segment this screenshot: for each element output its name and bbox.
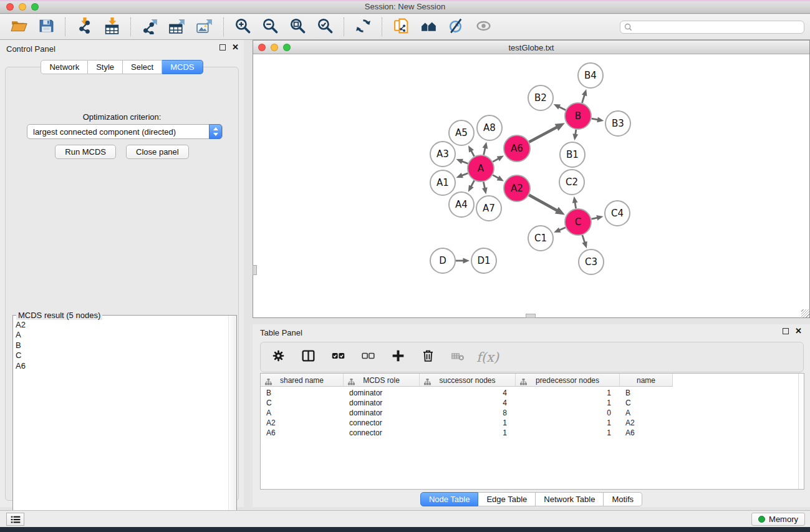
column-header-successor-nodes[interactable]: successor nodes	[420, 374, 516, 387]
node-label-A1: A1	[436, 177, 449, 188]
open-session-icon[interactable]	[11, 17, 27, 37]
first-neighbors-icon[interactable]	[420, 17, 437, 37]
network-graph-canvas[interactable]: B4B2BB3A8A5A6B1A3AA1C2A2A4A7C4CC1C3DD1	[253, 54, 809, 317]
refresh-network-icon[interactable]	[355, 17, 372, 37]
zoom-fit-button[interactable]	[288, 17, 307, 36]
edge-B-B4[interactable]	[582, 94, 584, 103]
zoom-selected-icon[interactable]	[317, 17, 334, 37]
network-window-titlebar[interactable]: testGlobe.txt	[253, 41, 809, 54]
table-cell: A6	[620, 428, 673, 438]
task-history-button[interactable]	[6, 513, 24, 526]
resize-corner-handle[interactable]	[801, 309, 809, 317]
column-header-predecessor-nodes[interactable]: predecessor nodes	[516, 374, 620, 387]
show-details-button[interactable]	[474, 17, 493, 36]
export-network-icon[interactable]	[142, 17, 158, 37]
column-header-name[interactable]: name	[620, 374, 673, 387]
import-network-icon[interactable]	[76, 17, 93, 37]
zoom-in-icon[interactable]	[234, 17, 251, 37]
zoom-selected-button[interactable]	[316, 17, 334, 36]
duplicate-network-button[interactable]	[392, 17, 410, 36]
result-list-item[interactable]: B	[16, 341, 26, 351]
zoom-out-button[interactable]	[261, 17, 279, 36]
table-cell: 0	[516, 408, 620, 418]
import-table-icon[interactable]	[104, 17, 120, 37]
duplicate-network-icon[interactable]	[393, 17, 410, 37]
export-table-icon[interactable]	[169, 17, 186, 37]
tab-motifs[interactable]: Motifs	[604, 492, 642, 506]
settings-gear-icon[interactable]	[271, 349, 286, 365]
criterion-dropdown[interactable]: largest connected component (directed)	[27, 124, 223, 139]
first-neighbors-button[interactable]	[419, 17, 438, 36]
save-session-button[interactable]	[37, 17, 55, 36]
settings-gear-button[interactable]	[271, 350, 286, 365]
tab-edge-table[interactable]: Edge Table	[478, 492, 536, 506]
import-network-button[interactable]	[75, 17, 94, 36]
toggle-columns-icon[interactable]	[301, 349, 316, 365]
tab-network-table[interactable]: Network Table	[536, 492, 604, 506]
export-image-button[interactable]	[195, 17, 214, 36]
table-row-A2[interactable]: A2connector11A2	[261, 418, 673, 428]
edge-C-C3[interactable]	[582, 235, 585, 243]
export-table-button[interactable]	[168, 17, 186, 36]
edge-A6-B[interactable]	[529, 127, 557, 142]
zoom-in-button[interactable]	[233, 17, 252, 36]
select-all-columns-icon[interactable]	[331, 349, 345, 365]
node-label-A3: A3	[436, 148, 449, 160]
add-column-button[interactable]	[390, 350, 405, 365]
arrowhead-icon	[596, 215, 603, 221]
delete-column-button[interactable]	[420, 350, 435, 365]
export-image-icon[interactable]	[196, 17, 213, 37]
table-row-A[interactable]: Adominator80A	[261, 408, 673, 418]
result-list-item[interactable]: A6	[16, 361, 26, 371]
zoom-out-icon[interactable]	[262, 17, 279, 37]
close-panel-icon[interactable]: ✕	[232, 44, 239, 51]
import-table-button[interactable]	[102, 17, 121, 36]
save-session-icon[interactable]	[38, 17, 55, 37]
export-network-button[interactable]	[140, 17, 159, 36]
bottom-grip-handle[interactable]	[526, 314, 536, 318]
open-session-button[interactable]	[9, 17, 28, 36]
tab-select[interactable]: Select	[123, 60, 162, 74]
tab-mcds[interactable]: MCDS	[162, 60, 203, 74]
edge-A2-C[interactable]	[529, 195, 557, 211]
table-row-A6[interactable]: A6connector11A6	[261, 428, 673, 438]
close-panel-button[interactable]: Close panel	[126, 145, 189, 159]
column-header-label: successor nodes	[420, 376, 515, 385]
table-row-B[interactable]: Bdominator41B	[261, 388, 673, 398]
zoom-fit-icon[interactable]	[289, 17, 306, 37]
tab-node-table[interactable]: Node Table	[420, 492, 479, 506]
deselect-all-columns-button[interactable]	[360, 350, 375, 365]
result-scrollbar[interactable]	[228, 316, 236, 521]
memory-status-icon	[758, 516, 765, 523]
table-row-C[interactable]: Cdominator41C	[261, 398, 673, 408]
memory-button[interactable]: Memory	[751, 513, 805, 526]
status-bar: Memory	[0, 510, 810, 527]
float-panel-icon[interactable]	[219, 44, 226, 51]
run-mcds-button[interactable]: Run MCDS	[55, 145, 116, 159]
node-label-C2: C2	[566, 177, 578, 188]
table-cell: dominator	[344, 388, 420, 398]
tab-network[interactable]: Network	[41, 60, 88, 74]
delete-column-icon[interactable]	[421, 349, 435, 365]
result-list-item[interactable]: A2	[16, 320, 26, 330]
column-header-MCDS-role[interactable]: MCDS role	[344, 374, 420, 387]
column-header-shared-name[interactable]: shared name	[261, 374, 344, 387]
result-list-item[interactable]: A	[16, 330, 26, 340]
table-close-panel-icon[interactable]: ✕	[795, 328, 802, 334]
toggle-columns-button[interactable]	[301, 350, 316, 365]
select-all-columns-button[interactable]	[330, 350, 345, 365]
hide-details-button[interactable]	[446, 17, 465, 36]
table-float-panel-icon[interactable]	[783, 328, 789, 334]
hide-details-icon[interactable]	[448, 17, 465, 37]
show-details-icon[interactable]	[475, 17, 492, 37]
deselect-all-columns-icon[interactable]	[361, 349, 375, 365]
tab-style[interactable]: Style	[88, 60, 123, 74]
table-cell: A2	[261, 418, 344, 428]
refresh-network-button[interactable]	[354, 17, 372, 36]
add-column-icon[interactable]	[391, 349, 405, 365]
table-scrollbar[interactable]	[798, 374, 804, 489]
left-grip-handle[interactable]	[253, 265, 257, 275]
search-icon	[624, 23, 632, 31]
search-input[interactable]	[620, 21, 804, 34]
result-list-item[interactable]: C	[16, 351, 26, 360]
